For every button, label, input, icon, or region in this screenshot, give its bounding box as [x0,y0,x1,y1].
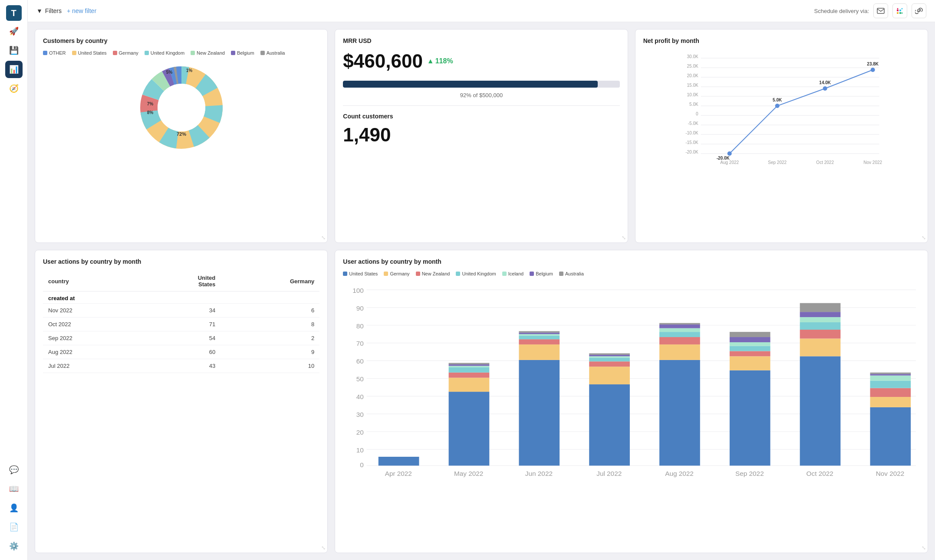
mrr-growth-value: 118% [435,57,453,65]
svg-text:-5.0K: -5.0K [688,121,698,126]
bar-nov-nz [870,388,911,397]
svg-point-47 [870,68,875,72]
bar-oct-nz [800,330,841,338]
svg-text:-10.0K: -10.0K [685,131,698,135]
svg-text:Aug 2022: Aug 2022 [665,470,694,477]
new-filter-button[interactable]: + new filter [67,7,96,14]
bar-sep-be [730,337,770,342]
svg-text:5.0K: 5.0K [773,98,782,102]
sidebar-icon-chat[interactable]: 💬 [5,461,23,478]
dashboard: Customers by country OTHER United States… [28,22,935,560]
svg-text:20: 20 [356,429,364,436]
sidebar-icon-rocket[interactable]: 🚀 [5,23,23,40]
svg-text:Jul 2022: Jul 2022 [597,470,622,477]
legend-us: United States [72,50,107,56]
sidebar-icon-compass[interactable]: 🧭 [5,80,23,97]
svg-point-16 [158,84,205,131]
sidebar-icon-save[interactable]: 💾 [5,42,23,59]
count-customers-title: Count customers [343,113,619,120]
bar-nov-ic [870,376,911,381]
bar-aug-be [659,324,700,328]
svg-text:100: 100 [352,287,364,294]
sidebar-icon-settings[interactable]: ⚙️ [5,537,23,555]
bar-oct-us [800,356,841,465]
filters-label: Filters [45,7,62,14]
bar-sep-de [730,356,770,370]
table-row: Aug 2022609 [43,345,319,359]
count-customers-section: Count customers 1,490 [343,105,619,146]
bar-may-us [449,392,490,465]
bar-legend-us: United States [343,271,378,276]
svg-text:40: 40 [356,393,364,400]
sidebar-icon-chart[interactable]: 📊 [5,61,23,78]
svg-text:0: 0 [696,111,698,116]
table-card: User actions by country by month country… [35,250,328,553]
bar-chart-svg: 100 90 80 70 60 50 40 30 20 10 0 [343,282,920,482]
filters-button[interactable]: ▼ Filters [36,7,62,14]
svg-text:14.0K: 14.0K [819,80,831,85]
bar-legend: United States Germany New Zealand United… [343,271,920,276]
svg-text:1%: 1% [186,68,192,73]
col-us: UnitedStates [141,271,221,291]
bar-legend-ic: Iceland [502,271,523,276]
profit-title: Net profit by month [643,37,920,44]
svg-text:Sep 2022: Sep 2022 [768,160,787,165]
svg-text:20.0K: 20.0K [687,73,698,78]
mrr-progress-bg [343,81,619,88]
svg-text:72%: 72% [177,131,186,137]
table-row: Nov 2022346 [43,304,319,318]
mrr-value: $460,600 [343,50,423,72]
svg-text:15.0K: 15.0K [687,83,698,88]
bar-jul-us [589,384,630,465]
customers-legend: OTHER United States Germany United Kingd… [43,50,319,56]
svg-text:23.8K: 23.8K [867,62,879,66]
bar-aug-uk [659,332,700,337]
bar-sep-au [730,332,770,337]
svg-point-45 [775,104,779,108]
bar-legend-de: Germany [384,271,409,276]
svg-text:60: 60 [356,357,364,365]
bar-aug-ic [659,328,700,332]
email-delivery-button[interactable] [873,3,888,18]
bar-jul-ic [589,356,630,357]
bar-legend-uk: United Kingdom [456,271,496,276]
svg-text:5.0K: 5.0K [689,102,698,107]
bar-oct-be [800,312,841,317]
svg-text:8%: 8% [147,110,153,115]
bar-aug-au [659,323,700,324]
expand-corner-profit: ⤡ [922,235,926,241]
schedule-label: Schedule delivery via: [814,8,869,14]
bar-nov-de [870,397,911,407]
bar-jun-ic [519,334,560,335]
svg-text:90: 90 [356,305,364,312]
bar-oct-au [800,303,841,312]
up-arrow-icon: ▲ [427,57,434,65]
table-card-title: User actions by country by month [43,258,319,265]
legend-au: Australia [260,50,285,56]
svg-text:-15.0K: -15.0K [685,140,698,145]
bar-sep-nz [730,351,770,356]
donut-chart: 72% 8% 7% 5% 1% [138,64,225,151]
sidebar-icon-book[interactable]: 📖 [5,480,23,498]
sidebar-icon-doc[interactable]: 📄 [5,518,23,536]
svg-text:10: 10 [356,446,364,454]
bar-oct-uk [800,322,841,330]
col-de: Germany [221,271,319,291]
expand-corner-bar: ⤡ [922,545,926,551]
bar-may-de [449,378,490,392]
bar-sep-us [730,370,770,466]
svg-text:Jun 2022: Jun 2022 [525,470,553,477]
bar-jul-uk [589,358,630,362]
sidebar-icon-user[interactable]: 👤 [5,499,23,517]
bar-may-be [449,364,490,366]
bar-card-title: User actions by country by month [343,258,920,265]
svg-point-6 [902,8,903,10]
slack-delivery-button[interactable] [892,3,907,18]
svg-text:30: 30 [356,411,364,418]
link-delivery-button[interactable] [912,3,926,18]
mrr-title: MRR USD [343,37,619,44]
svg-text:Sep 2022: Sep 2022 [735,470,764,477]
bar-sep-uk [730,346,770,351]
mrr-card: MRR USD $460,600 ▲ 118% 92% of $500,000 … [335,29,628,243]
bar-oct-ic [800,317,841,322]
